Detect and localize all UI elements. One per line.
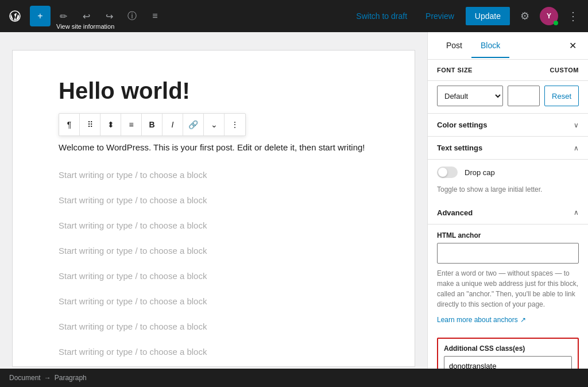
editor-canvas: Hello world! ¶ ⠿ ⬍ ≡ B I: [13, 51, 415, 366]
advanced-section-header[interactable]: Advanced ∧: [428, 202, 588, 225]
italic-icon: I: [172, 120, 174, 129]
font-size-custom-input[interactable]: [508, 86, 540, 106]
paragraph-type-button[interactable]: ¶: [59, 113, 80, 136]
font-size-reset-button[interactable]: Reset: [544, 86, 579, 106]
drag-icon: ⠿: [87, 120, 93, 129]
html-anchor-description: Enter a word or two — without spaces — t…: [437, 268, 579, 309]
drop-cap-description: Toggle to show a large initial letter.: [428, 185, 588, 202]
ellipsis-icon: ⋮: [231, 120, 239, 129]
wp-logo[interactable]: [5, 6, 25, 26]
yoast-status-dot: [554, 21, 558, 25]
advanced-title: Advanced: [437, 208, 473, 217]
color-settings-chevron: ∨: [574, 121, 579, 129]
css-classes-box: Additional CSS class(es) Separate multip…: [437, 338, 579, 369]
close-icon: ✕: [569, 41, 577, 51]
advanced-section: Advanced ∧ HTML anchor Enter a word or t…: [428, 202, 588, 369]
align-icon: ≡: [129, 120, 133, 129]
font-size-controls: Default Small Normal Medium Large Huge R…: [428, 81, 588, 114]
advanced-chevron: ∧: [574, 208, 579, 216]
color-settings-section[interactable]: Color settings ∨: [428, 114, 588, 137]
learn-more-link[interactable]: Learn more about anchors ↗: [437, 316, 526, 324]
drop-cap-toggle[interactable]: [437, 167, 458, 178]
bottom-bar: Document → Paragraph: [0, 369, 588, 387]
advanced-content: HTML anchor Enter a word or two — withou…: [428, 225, 588, 369]
view-site-tooltip: View site information: [52, 21, 119, 32]
sidebar: Post Block ✕ Font size Custom Default Sm…: [427, 32, 588, 369]
placeholder-2[interactable]: Start writing or type / to choose a bloc…: [59, 219, 369, 233]
color-settings-title: Color settings: [437, 121, 487, 129]
brush-icon: ✏: [60, 11, 67, 22]
more-options-button[interactable]: ⋮: [563, 6, 583, 26]
breadcrumb-paragraph[interactable]: Paragraph: [55, 374, 87, 382]
info-button[interactable]: ⓘ: [122, 6, 142, 26]
move-up-down-button[interactable]: ⬍: [100, 113, 121, 136]
bold-icon: B: [149, 120, 154, 129]
font-size-label: Font size: [437, 67, 546, 73]
more-icon: ⋮: [567, 9, 579, 23]
text-settings-section-header[interactable]: Text settings ∧: [428, 137, 588, 160]
breadcrumb-document[interactable]: Document: [9, 374, 41, 382]
placeholder-5[interactable]: Start writing or type / to choose a bloc…: [59, 295, 369, 308]
placeholder-3[interactable]: Start writing or type / to choose a bloc…: [59, 244, 369, 258]
link-button[interactable]: 🔗: [183, 113, 204, 136]
editor-area: Hello world! ¶ ⠿ ⬍ ≡ B I: [0, 32, 427, 369]
link-icon: 🔗: [188, 120, 198, 129]
placeholder-7[interactable]: Start writing or type / to choose a bloc…: [59, 345, 369, 359]
font-size-select[interactable]: Default Small Normal Medium Large Huge: [437, 86, 503, 106]
tab-block[interactable]: Block: [471, 34, 509, 58]
add-block-button[interactable]: +: [30, 6, 51, 26]
gear-icon: ⚙: [520, 10, 529, 22]
sidebar-content: Font size Custom Default Small Normal Me…: [428, 60, 588, 369]
tab-group: Post Block: [437, 34, 509, 57]
preview-button[interactable]: Preview: [419, 8, 461, 24]
text-settings-chevron: ∧: [574, 144, 579, 152]
undo-icon: ↩: [83, 11, 90, 22]
settings-button[interactable]: ⚙: [514, 6, 535, 26]
yoast-badge[interactable]: Y: [540, 7, 558, 25]
list-icon: ≡: [152, 11, 157, 21]
drop-cap-label: Drop cap: [465, 168, 495, 177]
font-size-header-row: Font size Custom: [428, 60, 588, 81]
css-classes-label: Additional CSS class(es): [444, 345, 572, 353]
post-title[interactable]: Hello world!: [59, 78, 369, 104]
sidebar-close-button[interactable]: ✕: [567, 38, 579, 53]
external-link-icon: ↗: [520, 316, 526, 324]
update-button[interactable]: Update: [466, 7, 510, 25]
placeholder-6[interactable]: Start writing or type / to choose a bloc…: [59, 320, 369, 334]
drop-cap-row: Drop cap: [428, 160, 588, 185]
toolbar-center: Switch to draft Preview Update ⚙ Y ⋮: [349, 6, 583, 26]
tab-post[interactable]: Post: [437, 34, 471, 58]
redo-icon: ↪: [106, 11, 113, 22]
custom-label: Custom: [550, 67, 579, 73]
text-settings-title: Text settings: [437, 144, 482, 152]
css-classes-input[interactable]: [444, 356, 572, 369]
more-rich-text-button[interactable]: ⌄: [204, 113, 225, 136]
switch-draft-button[interactable]: Switch to draft: [349, 8, 414, 24]
align-button[interactable]: ≡: [121, 113, 142, 136]
italic-button[interactable]: I: [163, 113, 183, 136]
html-anchor-input[interactable]: [437, 243, 579, 264]
breadcrumb-arrow: →: [44, 374, 51, 382]
placeholder-4[interactable]: Start writing or type / to choose a bloc…: [59, 269, 369, 283]
drag-handle-button[interactable]: ⠿: [80, 113, 100, 136]
paragraph-icon: ¶: [67, 120, 72, 129]
paragraph-content[interactable]: Welcome to WordPress. This is your first…: [59, 141, 369, 154]
html-anchor-label: HTML anchor: [437, 231, 579, 239]
list-view-button[interactable]: ≡: [145, 6, 165, 26]
block-toolbar: ¶ ⠿ ⬍ ≡ B I 🔗: [59, 113, 246, 136]
sidebar-tabs: Post Block ✕: [428, 32, 588, 60]
toggle-knob: [438, 168, 447, 177]
chevron-down-icon: ⌄: [211, 120, 218, 129]
placeholder-1[interactable]: Start writing or type / to choose a bloc…: [59, 194, 369, 207]
main-layout: Hello world! ¶ ⠿ ⬍ ≡ B I: [0, 32, 588, 369]
bold-button[interactable]: B: [142, 113, 163, 136]
info-icon: ⓘ: [127, 10, 137, 22]
arrows-icon: ⬍: [107, 120, 114, 129]
block-options-button[interactable]: ⋮: [225, 113, 245, 136]
placeholder-0[interactable]: Start writing or type / to choose a bloc…: [59, 168, 369, 182]
